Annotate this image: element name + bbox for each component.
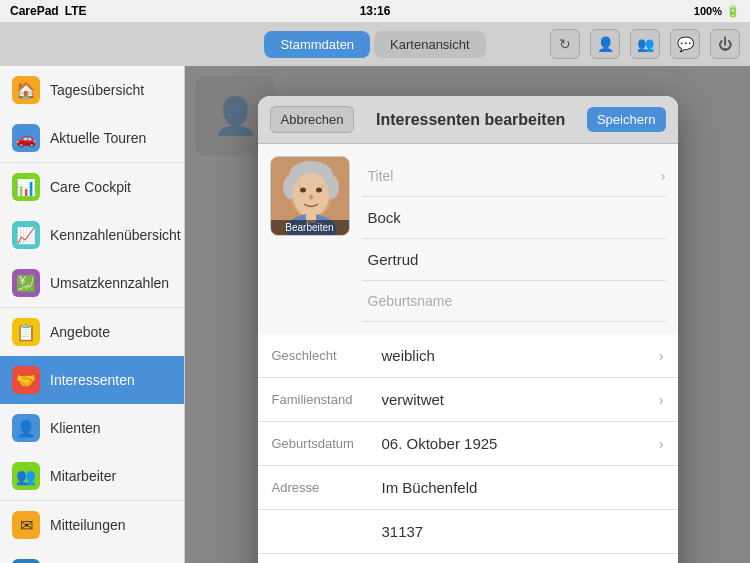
geburtsname-placeholder[interactable]: Geburtsname [362, 289, 459, 313]
adresse-row[interactable]: Adresse Im Büchenfeld [258, 466, 678, 510]
content-area: 👤 Gertrud Bock Abbrechen Interessenten b… [185, 66, 750, 563]
modal-name-fields: Titel › Bock Gertrud Geburtsname [362, 156, 666, 322]
familienstand-value: verwitwet [382, 391, 659, 408]
nachname-field-row: Bock [362, 197, 666, 239]
familienstand-arrow: › [659, 392, 664, 408]
modal-form: Geschlecht weiblich › Familienstand verw… [258, 334, 678, 563]
message-icon: 💬 [677, 36, 694, 52]
sidebar-label-mitteilungen: Mitteilungen [50, 517, 126, 533]
geschlecht-value: weiblich [382, 347, 659, 364]
tab-stammdaten[interactable]: Stammdaten [264, 31, 370, 58]
titel-field-row: Titel › [362, 156, 666, 197]
sidebar-label-angebote: Angebote [50, 324, 110, 340]
modal-title: Interessenten bearbeiten [354, 111, 587, 129]
add-user-button[interactable]: 👤 [590, 29, 620, 59]
adresse-label: Adresse [272, 480, 382, 495]
sidebar-label-care-cockpit: Care Cockpit [50, 179, 131, 195]
geschlecht-row[interactable]: Geschlecht weiblich › [258, 334, 678, 378]
power-icon: ⏻ [718, 36, 732, 52]
sidebar-label-klienten: Klienten [50, 420, 101, 436]
modal-edit-interessent: Abbrechen Interessenten bearbeiten Speic… [258, 96, 678, 563]
svg-point-6 [300, 188, 306, 193]
vorname-field-row: Gertrud [362, 239, 666, 281]
sidebar-item-mitteilungen[interactable]: ✉ Mitteilungen [0, 501, 184, 549]
sidebar-label-interessenten: Interessenten [50, 372, 135, 388]
cancel-button[interactable]: Abbrechen [270, 106, 355, 133]
geschlecht-label: Geschlecht [272, 348, 382, 363]
message-button[interactable]: 💬 [670, 29, 700, 59]
sidebar-item-mitarbeiter[interactable]: 👥 Mitarbeiter [0, 452, 184, 500]
sidebar-item-kennzahlenuebersicht[interactable]: 📈 Kennzahlenübersicht [0, 211, 184, 259]
titel-arrow: › [661, 168, 666, 184]
refresh-icon: ↻ [559, 36, 571, 52]
ort-row[interactable]: Hildesheim [258, 554, 678, 563]
status-right: 100% 🔋 [694, 5, 740, 18]
geburtsname-field-row: Geburtsname [362, 281, 666, 322]
familienstand-row[interactable]: Familienstand verwitwet › [258, 378, 678, 422]
add-user-icon: 👤 [597, 36, 614, 52]
mitarbeiter-icon: 👥 [12, 462, 40, 490]
sidebar-section-top: 🏠 Tagesübersicht 🚗 Aktuelle Touren [0, 66, 184, 163]
top-nav-actions: ↻ 👤 👥 💬 ⏻ [550, 29, 740, 59]
sidebar-section-clients: 📋 Angebote 🤝 Interessenten 👤 Klienten 👥 … [0, 308, 184, 501]
geburtsdatum-label: Geburtsdatum [272, 436, 382, 451]
tab-kartenansicht[interactable]: Kartenansicht [374, 31, 486, 58]
sidebar-label-kennzahlenuebersicht: Kennzahlenübersicht [50, 227, 181, 243]
top-nav-tabs: Stammdaten Kartenansicht [264, 31, 485, 58]
klienten-icon: 👤 [12, 414, 40, 442]
modal-photo-section: Bearbeiten Titel › Bock Gertrud [258, 144, 678, 334]
care-cockpit-icon: 📊 [12, 173, 40, 201]
titel-placeholder[interactable]: Titel [362, 164, 400, 188]
sidebar-item-interessenten[interactable]: 🤝 Interessenten [0, 356, 184, 404]
sidebar-item-care-cockpit[interactable]: 📊 Care Cockpit [0, 163, 184, 211]
main-layout: 🏠 Tagesübersicht 🚗 Aktuelle Touren 📊 Car… [0, 66, 750, 563]
battery-icon: 🔋 [726, 5, 740, 18]
aktuelle-touren-icon: 🚗 [12, 124, 40, 152]
refresh-button[interactable]: ↻ [550, 29, 580, 59]
medifox-cloud-icon: ☁ [12, 559, 40, 563]
geburtsdatum-row[interactable]: Geburtsdatum 06. Oktober 1925 › [258, 422, 678, 466]
status-left: CarePad LTE [10, 4, 86, 18]
geschlecht-arrow: › [659, 348, 664, 364]
sidebar-label-aktuelle-touren: Aktuelle Touren [50, 130, 146, 146]
sidebar-label-mitarbeiter: Mitarbeiter [50, 468, 116, 484]
adresse-value: Im Büchenfeld [382, 479, 664, 496]
sidebar-item-umsatzkennzahlen[interactable]: 💹 Umsatzkennzahlen [0, 259, 184, 307]
geburtsdatum-value: 06. Oktober 1925 [382, 435, 659, 452]
plz-value: 31137 [382, 523, 664, 540]
status-bar: CarePad LTE 13:16 100% 🔋 [0, 0, 750, 22]
sidebar-item-klienten[interactable]: 👤 Klienten [0, 404, 184, 452]
modal-overlay: Abbrechen Interessenten bearbeiten Speic… [185, 66, 750, 563]
sidebar: 🏠 Tagesübersicht 🚗 Aktuelle Touren 📊 Car… [0, 66, 185, 563]
top-nav: Stammdaten Kartenansicht ↻ 👤 👥 💬 ⏻ [0, 22, 750, 66]
umsatzkennzahlen-icon: 💹 [12, 269, 40, 297]
sidebar-section-comms: ✉ Mitteilungen ☁ MediFox Cloud [0, 501, 184, 563]
mitteilungen-icon: ✉ [12, 511, 40, 539]
svg-point-7 [316, 188, 322, 193]
sidebar-item-aktuelle-touren[interactable]: 🚗 Aktuelle Touren [0, 114, 184, 162]
nachname-value[interactable]: Bock [362, 205, 407, 230]
sidebar-label-tagesuebersicht: Tagesübersicht [50, 82, 144, 98]
power-button[interactable]: ⏻ [710, 29, 740, 59]
tagesuebersicht-icon: 🏠 [12, 76, 40, 104]
plz-row[interactable]: 31137 [258, 510, 678, 554]
battery-label: 100% [694, 5, 722, 17]
carrier-label: CarePad [10, 4, 59, 18]
geburtsdatum-arrow: › [659, 436, 664, 452]
modal-header: Abbrechen Interessenten bearbeiten Speic… [258, 96, 678, 144]
modal-photo[interactable]: Bearbeiten [270, 156, 350, 236]
familienstand-label: Familienstand [272, 392, 382, 407]
interessenten-icon: 🤝 [12, 366, 40, 394]
group-button[interactable]: 👥 [630, 29, 660, 59]
kennzahlenuebersicht-icon: 📈 [12, 221, 40, 249]
svg-point-8 [309, 195, 313, 200]
vorname-value[interactable]: Gertrud [362, 247, 425, 272]
sidebar-item-angebote[interactable]: 📋 Angebote [0, 308, 184, 356]
photo-edit-label[interactable]: Bearbeiten [271, 220, 349, 235]
sidebar-item-medifox-cloud[interactable]: ☁ MediFox Cloud [0, 549, 184, 563]
save-button[interactable]: Speichern [587, 107, 666, 132]
sidebar-section-analytics: 📊 Care Cockpit 📈 Kennzahlenübersicht 💹 U… [0, 163, 184, 308]
group-icon: 👥 [637, 36, 654, 52]
sidebar-item-tagesuebersicht[interactable]: 🏠 Tagesübersicht [0, 66, 184, 114]
angebote-icon: 📋 [12, 318, 40, 346]
